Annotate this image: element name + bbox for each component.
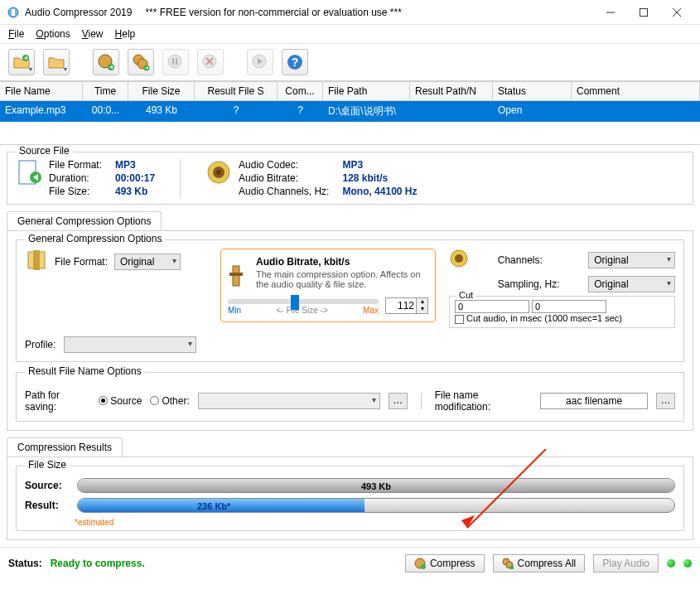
bitrate-panel: Audio Bitrate, kbit/s The main compressi… (220, 249, 436, 322)
filename-mod-input[interactable]: aac filename (540, 393, 648, 409)
svg-rect-32 (33, 250, 40, 270)
grid-header: File Name Time File Size Result File S C… (0, 81, 700, 101)
other-path-select[interactable] (198, 393, 380, 409)
sampling-select[interactable]: Original (588, 276, 675, 292)
col-com[interactable]: Com... (278, 82, 323, 100)
menu-help[interactable]: Help (115, 28, 136, 40)
cr-panel: File Size Source: 493 Kb Result: 236 Kb*… (7, 457, 693, 540)
tab-general-options[interactable]: General Compression Options (7, 211, 162, 230)
col-time[interactable]: Time (83, 82, 128, 100)
open-folder-button[interactable]: ▾ (43, 49, 70, 75)
col-rpath[interactable]: Result Path/N (410, 82, 493, 100)
profile-select[interactable] (64, 336, 196, 353)
menu-options[interactable]: Options (36, 28, 70, 40)
tab-compression-results[interactable]: Compression Results (7, 437, 123, 456)
result-size-bar: 236 Kb* (77, 498, 675, 513)
tabs-cr: Compression Results (7, 437, 693, 457)
filename-mod-button[interactable]: … (656, 393, 675, 409)
pause-button-tb[interactable] (162, 49, 189, 75)
channels-select[interactable]: Original (588, 252, 675, 268)
svg-rect-34 (229, 273, 243, 276)
cut-checkbox[interactable] (455, 315, 464, 324)
svg-point-30 (216, 170, 221, 175)
file-grid: File Name Time File Size Result File S C… (0, 81, 700, 145)
compress-icon (25, 249, 48, 274)
help-button-tb[interactable]: ? (282, 49, 308, 75)
svg-rect-16 (172, 58, 174, 65)
status-led-1 (667, 559, 675, 568)
compress-button[interactable]: Compress (405, 554, 485, 572)
footer: Status: Ready to compress. Compress Comp… (0, 547, 700, 579)
compress-all-button[interactable]: Compress All (493, 554, 586, 572)
bitrate-slider[interactable] (228, 299, 379, 304)
browse-path-button[interactable]: … (389, 393, 408, 409)
svg-rect-3 (640, 8, 648, 16)
titlebar: Audio Compressor 2019 *** FREE version f… (0, 0, 700, 25)
svg-point-15 (168, 55, 181, 68)
path-source-radio[interactable]: Source (99, 395, 142, 407)
play-audio-button[interactable]: Play Audio (593, 554, 659, 572)
col-size[interactable]: File Size (128, 82, 195, 100)
play-button-tb[interactable] (247, 49, 273, 75)
app-subtitle: *** FREE version for non-commercial or e… (145, 7, 401, 18)
stop-button-tb[interactable] (197, 49, 224, 75)
app-icon (7, 6, 20, 19)
app-title: Audio Compressor 2019 (25, 7, 132, 18)
clamp-icon (228, 264, 251, 287)
minimize-button[interactable] (594, 0, 627, 25)
bitrate-spinner[interactable]: ▴▾ (385, 297, 428, 314)
source-file-panel: Source File File Format:MP3 Duration:00:… (7, 152, 693, 205)
close-button[interactable] (660, 0, 693, 25)
cut-from-input[interactable] (455, 300, 529, 313)
table-row[interactable]: Example.mp3 00:0... 493 Kb ? ? D:\桌面\说明书… (0, 101, 700, 122)
menu-view[interactable]: View (82, 28, 104, 40)
menu-file[interactable]: File (8, 28, 24, 40)
open-file-button[interactable]: ▾ (8, 49, 35, 75)
speaker-icon (205, 159, 232, 186)
cut-to-input[interactable] (532, 300, 606, 313)
svg-rect-17 (176, 58, 177, 65)
svg-point-36 (455, 254, 463, 263)
compress-all-button-tb[interactable] (128, 49, 154, 75)
svg-point-40 (421, 564, 426, 569)
file-format-select[interactable]: Original (114, 254, 181, 270)
cut-panel: Cut Cut audio, in msec (1000 msec=1 sec) (449, 296, 675, 328)
source-size-bar: 493 Kb (77, 478, 675, 493)
col-result[interactable]: Result File S (195, 82, 278, 100)
compress-button-tb[interactable] (93, 49, 119, 75)
path-other-radio[interactable]: Other: (150, 395, 189, 407)
status-led-2 (683, 559, 692, 568)
col-comment[interactable]: Comment (572, 82, 700, 100)
col-path[interactable]: File Path (323, 82, 410, 100)
gco-panel: General Compression Options File Format:… (7, 231, 693, 431)
status-text: Ready to compress. (51, 558, 145, 569)
tabs-gco: General Compression Options (7, 211, 693, 231)
svg-rect-1 (12, 9, 15, 16)
col-status[interactable]: Status (493, 82, 572, 100)
toolbar: ▾ ▾ ? (0, 44, 700, 81)
col-filename[interactable]: File Name (0, 82, 83, 100)
maximize-button[interactable] (627, 0, 660, 25)
speaker-small-icon (449, 249, 490, 271)
file-format-icon (16, 159, 42, 186)
svg-text:?: ? (292, 56, 299, 69)
menubar: File Options View Help (0, 25, 700, 44)
